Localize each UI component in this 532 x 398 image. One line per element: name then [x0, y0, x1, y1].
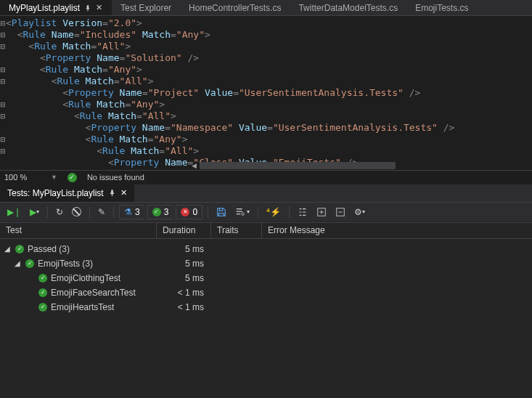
horizontal-scrollbar[interactable]: ◀	[189, 161, 532, 170]
fold-toggle[interactable]: ⊟	[0, 29, 6, 41]
code-content[interactable]: <Playlist Version="2.0"> <Rule Name="Inc…	[6, 16, 532, 170]
fold-toggle	[0, 87, 6, 99]
test-duration: 5 ms	[157, 273, 211, 283]
col-duration[interactable]: Duration	[157, 223, 211, 238]
code-line[interactable]: <Property Name="Namespace" Value="UserSe…	[6, 122, 532, 134]
flash-button[interactable]: ⁴⚡	[263, 206, 284, 219]
test-toolbar: ▶❘ ▶ ▾ ↻ ✎ ⚗ 3 ✓ 3 ✕ 0 ▾ ⁴⚡ ⚙ ▾	[0, 202, 532, 222]
fold-toggle	[0, 52, 6, 64]
code-line[interactable]: <Rule Match="Any">	[6, 99, 532, 110]
tab-homecontroller[interactable]: HomeControllerTests.cs	[180, 0, 290, 15]
code-line[interactable]: <Property Name="Solution" />	[6, 52, 532, 64]
code-line[interactable]: <Rule Match="All">	[6, 145, 532, 157]
cancel-button[interactable]	[69, 206, 84, 218]
code-line[interactable]: <Rule Name="Includes" Match="Any">	[6, 29, 532, 41]
fold-toggle[interactable]: ⊟	[0, 17, 6, 29]
fold-gutter: ⊟⊟⊟⊟⊟⊟⊟⊟⊟⊟⊟⊟	[0, 16, 6, 170]
test-row[interactable]: ◢✓Passed (3)5 ms	[0, 242, 532, 256]
test-duration: 5 ms	[157, 244, 211, 254]
tab-label: MyPlayList.playlist	[9, 3, 80, 13]
test-name: EmojiHeartsTest	[51, 302, 114, 312]
test-row[interactable]: ✓EmojiFaceSearchTest< 1 ms	[0, 285, 532, 300]
code-line[interactable]: <Rule Match="Any">	[6, 64, 532, 76]
test-row[interactable]: ◢✓EmojiTests (3)5 ms	[0, 256, 532, 271]
close-icon[interactable]: ✕	[120, 188, 127, 198]
zoom-dropdown-icon[interactable]: ▼	[51, 174, 57, 181]
col-test[interactable]: Test	[0, 223, 157, 238]
pin-icon	[84, 4, 91, 12]
pass-icon: ✓	[38, 274, 47, 283]
pass-icon: ✓	[38, 303, 47, 312]
editor-statusbar: 100 % ▼ ✓ No issues found	[0, 170, 532, 184]
test-name: EmojiFaceSearchTest	[51, 288, 136, 298]
editor-tab-strip: MyPlayList.playlist ✕ Test Explorer Home…	[0, 0, 532, 16]
pass-icon: ✓	[152, 208, 161, 216]
groupby-button[interactable]	[295, 206, 311, 219]
edit-button[interactable]: ✎	[95, 206, 108, 219]
tests-tab[interactable]: Tests: MyPlayList.playlist ✕	[0, 184, 134, 202]
code-line[interactable]: <Rule Match="Any">	[6, 134, 532, 145]
fold-toggle[interactable]: ⊟	[0, 168, 6, 170]
zoom-level[interactable]: 100 %	[4, 173, 41, 182]
total-count-pill[interactable]: ⚗ 3	[119, 205, 144, 219]
code-line[interactable]: <Playlist Version="2.0">	[6, 17, 532, 29]
test-duration: < 1 ms	[157, 302, 211, 312]
fold-toggle	[0, 122, 6, 134]
test-tree: ◢✓Passed (3)5 ms◢✓EmojiTests (3)5 ms✓Emo…	[0, 239, 532, 399]
code-line[interactable]: <Property Name="Project" Value="UserSent…	[6, 87, 532, 99]
tab-twitterdata[interactable]: TwitterDataModelTests.cs	[290, 0, 406, 15]
scrollbar-thumb[interactable]	[200, 162, 396, 169]
code-line[interactable]: <Rule Match="All">	[6, 110, 532, 122]
playlist-button[interactable]: ▾	[232, 206, 253, 219]
test-row[interactable]: ✓EmojiHeartsTest< 1 ms	[0, 300, 532, 314]
repeat-button[interactable]: ↻	[53, 206, 66, 219]
pass-icon: ✓	[38, 288, 47, 297]
failed-count-pill[interactable]: ✕ 0	[176, 205, 202, 219]
flask-icon: ⚗	[124, 207, 132, 217]
testpanel-tabstrip: Tests: MyPlayList.playlist ✕	[0, 184, 532, 202]
expand-button[interactable]	[314, 206, 330, 219]
test-duration: < 1 ms	[157, 288, 211, 298]
passed-count-pill[interactable]: ✓ 3	[147, 205, 173, 219]
settings-button[interactable]: ⚙ ▾	[351, 206, 368, 219]
test-name: Passed (3)	[28, 244, 70, 254]
fold-toggle[interactable]: ⊟	[0, 110, 6, 122]
test-name: EmojiTests (3)	[38, 259, 93, 269]
fail-icon: ✕	[181, 208, 189, 216]
tab-testexplorer[interactable]: Test Explorer	[112, 0, 180, 15]
pass-icon: ✓	[25, 259, 34, 268]
fold-toggle[interactable]: ⊟	[0, 145, 6, 157]
run-button[interactable]: ▶ ▾	[27, 206, 42, 219]
test-name: EmojiClothingTest	[51, 273, 120, 283]
code-line[interactable]: <Rule Match="All">	[6, 76, 532, 87]
pin-icon	[108, 189, 116, 197]
expand-caret[interactable]: ◢	[15, 259, 22, 267]
check-ok-icon: ✓	[67, 173, 77, 182]
run-all-button[interactable]: ▶❘	[4, 206, 24, 219]
test-duration: 5 ms	[157, 259, 211, 269]
tab-emojitests[interactable]: EmojiTests.cs	[406, 0, 477, 15]
fold-toggle[interactable]: ⊟	[0, 99, 6, 110]
code-editor[interactable]: ⊟⊟⊟⊟⊟⊟⊟⊟⊟⊟⊟⊟ <Playlist Version="2.0"> <R…	[0, 16, 532, 170]
fold-toggle[interactable]: ⊟	[0, 64, 6, 76]
close-icon[interactable]: ✕	[96, 3, 103, 12]
col-traits[interactable]: Traits	[211, 223, 262, 238]
tab-playlist[interactable]: MyPlayList.playlist ✕	[0, 0, 112, 15]
fold-toggle[interactable]: ⊟	[0, 134, 6, 145]
expand-caret[interactable]: ◢	[4, 245, 12, 253]
issues-label: No issues found	[87, 173, 144, 182]
col-error[interactable]: Error Message	[262, 223, 532, 238]
test-header-row: Test Duration Traits Error Message	[0, 222, 532, 239]
pass-icon: ✓	[15, 245, 24, 253]
collapse-button[interactable]	[332, 206, 348, 219]
code-line[interactable]: <Rule Match="All">	[6, 41, 532, 52]
fold-toggle[interactable]: ⊟	[0, 76, 6, 87]
svg-point-0	[242, 212, 245, 215]
fold-toggle	[0, 157, 6, 168]
fold-toggle[interactable]: ⊟	[0, 41, 6, 52]
test-row[interactable]: ✓EmojiClothingTest5 ms	[0, 271, 532, 285]
save-button[interactable]	[213, 206, 229, 219]
